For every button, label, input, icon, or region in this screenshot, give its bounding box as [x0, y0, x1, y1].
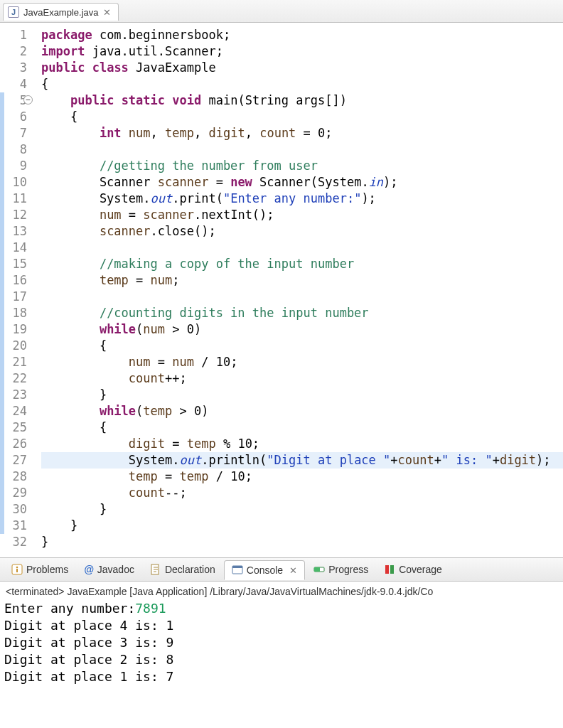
tab-console[interactable]: Console ✕ — [224, 560, 305, 580]
svg-point-1 — [16, 567, 18, 569]
line-number: 3 — [0, 60, 27, 76]
line-number: 18 — [0, 305, 27, 321]
line-number: 31 — [0, 518, 27, 534]
code-line[interactable]: digit = temp % 10; — [41, 436, 563, 452]
line-number: 23 — [0, 387, 27, 403]
code-line[interactable]: Scanner scanner = new Scanner(System.in)… — [41, 174, 563, 191]
code-line[interactable] — [41, 240, 563, 256]
editor-tab-bar: J JavaExample.java ✕ — [0, 0, 563, 23]
code-line[interactable]: //counting digits in the input number — [41, 305, 563, 321]
line-number: 7 — [0, 125, 27, 141]
code-line[interactable]: num = scanner.nextInt(); — [41, 207, 563, 223]
line-number: 16 — [0, 272, 27, 289]
code-line[interactable]: } — [41, 501, 563, 518]
tab-problems[interactable]: Problems — [4, 560, 75, 579]
editor-tab-label: JavaExample.java — [23, 7, 99, 18]
svg-rect-5 — [232, 566, 242, 568]
code-line[interactable]: int num, temp, digit, count = 0; — [41, 125, 563, 141]
line-number: 14 — [0, 240, 27, 256]
line-number: 2 — [0, 43, 27, 60]
console-line: Digit at place 2 is: 8 — [4, 651, 557, 668]
svg-rect-7 — [314, 567, 320, 572]
code-line[interactable]: import java.util.Scanner; — [41, 43, 563, 60]
line-number: 22 — [0, 370, 27, 387]
declaration-icon — [150, 564, 161, 575]
progress-icon — [313, 564, 325, 575]
code-line[interactable]: scanner.close(); — [41, 223, 563, 240]
tab-coverage[interactable]: Coverage — [377, 560, 449, 579]
line-number: 10 — [0, 174, 27, 191]
line-number: 1 — [0, 27, 27, 43]
problems-icon — [11, 564, 23, 575]
coverage-icon — [384, 564, 395, 575]
code-line[interactable]: count++; — [41, 370, 563, 387]
tab-label: Declaration — [165, 564, 215, 575]
code-line[interactable]: { — [41, 419, 563, 436]
code-area[interactable]: package com.beginnersbook;import java.ut… — [34, 27, 563, 550]
close-icon[interactable]: ✕ — [103, 7, 111, 18]
line-number: 21 — [0, 354, 27, 370]
code-line[interactable]: } — [41, 534, 563, 550]
line-number: 19 — [0, 321, 27, 338]
line-number: 4 — [0, 76, 27, 92]
tab-label: Coverage — [399, 564, 442, 575]
line-number: 32 — [0, 534, 27, 550]
tab-javadoc[interactable]: @ Javadoc — [77, 560, 141, 579]
code-line[interactable]: System.out.println("Digit at place "+cou… — [41, 452, 563, 469]
editor-tab[interactable]: J JavaExample.java ✕ — [3, 3, 119, 21]
line-number-gutter: 12345−6789101112131415161718192021222324… — [0, 27, 34, 550]
console-line: Digit at place 4 is: 1 — [4, 617, 557, 634]
tab-label: Javadoc — [97, 564, 134, 575]
console-line: Digit at place 3 is: 9 — [4, 634, 557, 651]
code-line[interactable]: { — [41, 109, 563, 125]
fold-toggle-icon[interactable]: − — [23, 95, 33, 105]
line-number: 26 — [0, 436, 27, 452]
line-number: 9 — [0, 158, 27, 174]
line-number: 12 — [0, 207, 27, 223]
close-icon[interactable]: ✕ — [289, 565, 297, 576]
code-line[interactable]: System.out.print("Enter any number:"); — [41, 191, 563, 207]
code-line[interactable]: while(temp > 0) — [41, 403, 563, 419]
code-line[interactable]: public static void main(String args[]) — [41, 92, 563, 109]
code-line[interactable]: //getting the number from user — [41, 158, 563, 174]
code-line[interactable]: { — [41, 338, 563, 354]
code-line[interactable]: count--; — [41, 485, 563, 501]
code-line[interactable]: } — [41, 387, 563, 403]
line-number: 8 — [0, 141, 27, 158]
line-number: 29 — [0, 485, 27, 501]
code-line[interactable] — [41, 289, 563, 305]
javadoc-icon: @ — [84, 564, 94, 575]
tab-declaration[interactable]: Declaration — [143, 560, 222, 579]
code-line[interactable]: { — [41, 76, 563, 92]
code-line[interactable] — [41, 141, 563, 158]
line-number: 24 — [0, 403, 27, 419]
code-line[interactable]: num = num / 10; — [41, 354, 563, 370]
line-number: 17 — [0, 289, 27, 305]
code-editor[interactable]: 12345−6789101112131415161718192021222324… — [0, 23, 563, 550]
tab-progress[interactable]: Progress — [306, 560, 375, 579]
console-line: Digit at place 1 is: 7 — [4, 668, 557, 685]
svg-rect-9 — [390, 565, 394, 574]
line-number: 5− — [0, 92, 27, 109]
code-line[interactable]: //making a copy of the input number — [41, 256, 563, 272]
line-number: 28 — [0, 469, 27, 485]
console-icon — [232, 564, 243, 576]
line-number: 20 — [0, 338, 27, 354]
console-header: <terminated> JavaExample [Java Applicati… — [0, 582, 563, 600]
bottom-view-tabs: Problems @ Javadoc Declaration Console ✕… — [0, 557, 563, 582]
code-line[interactable]: temp = num; — [41, 272, 563, 289]
line-number: 27 — [0, 452, 27, 469]
code-line[interactable]: temp = temp / 10; — [41, 469, 563, 485]
code-line[interactable]: package com.beginnersbook; — [41, 27, 563, 43]
tab-label: Problems — [26, 564, 68, 575]
svg-rect-2 — [16, 569, 18, 572]
code-line[interactable]: public class JavaExample — [41, 60, 563, 76]
line-number: 25 — [0, 419, 27, 436]
line-number: 15 — [0, 256, 27, 272]
code-line[interactable]: } — [41, 518, 563, 534]
line-number: 11 — [0, 191, 27, 207]
line-number: 30 — [0, 501, 27, 518]
console-output[interactable]: Enter any number:7891Digit at place 4 is… — [0, 600, 563, 692]
code-line[interactable]: while(num > 0) — [41, 321, 563, 338]
java-file-icon: J — [8, 6, 19, 18]
